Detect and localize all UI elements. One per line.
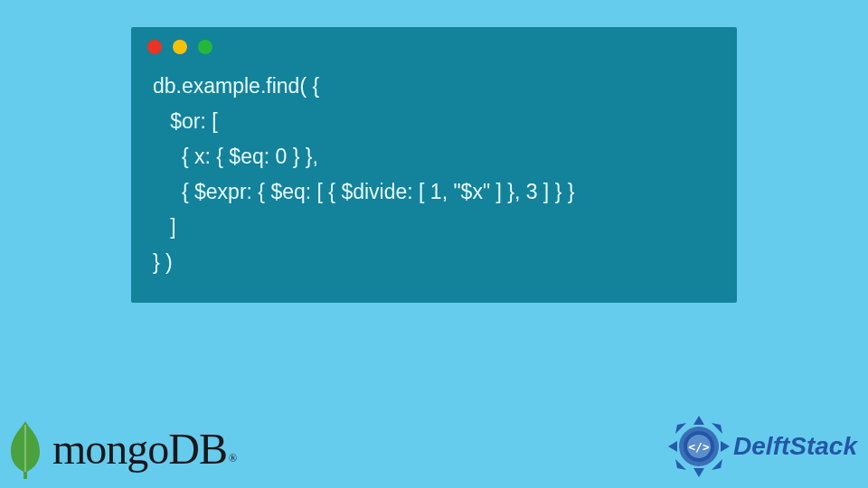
mongodb-text: mongoDB bbox=[52, 425, 227, 473]
delftstack-logo: </> DelftStack bbox=[666, 414, 857, 479]
code-line: $or: [ bbox=[153, 109, 218, 133]
window-titlebar bbox=[131, 27, 737, 63]
delftstack-gear-icon: </> bbox=[666, 414, 731, 479]
mongodb-logo: mongoDB® bbox=[7, 416, 234, 481]
svg-text:</>: </> bbox=[688, 440, 710, 454]
mongodb-wordmark: mongoDB® bbox=[52, 424, 234, 474]
code-line: } ) bbox=[153, 250, 173, 274]
maximize-icon bbox=[198, 40, 212, 54]
code-block: db.example.find( { $or: [ { x: { $eq: 0 … bbox=[131, 63, 737, 286]
delftstack-wordmark: DelftStack bbox=[733, 432, 857, 461]
code-line: { x: { $eq: 0 } }, bbox=[153, 145, 318, 168]
leaf-icon bbox=[7, 419, 43, 481]
close-icon bbox=[147, 40, 162, 54]
code-line: { $expr: { $eq: [ { $divide: [ 1, "$x" ]… bbox=[153, 180, 574, 203]
minimize-icon bbox=[173, 40, 187, 54]
registered-icon: ® bbox=[229, 452, 236, 465]
code-window: db.example.find( { $or: [ { x: { $eq: 0 … bbox=[131, 27, 737, 303]
code-line: db.example.find( { bbox=[153, 74, 319, 98]
code-line: ] bbox=[153, 215, 176, 239]
